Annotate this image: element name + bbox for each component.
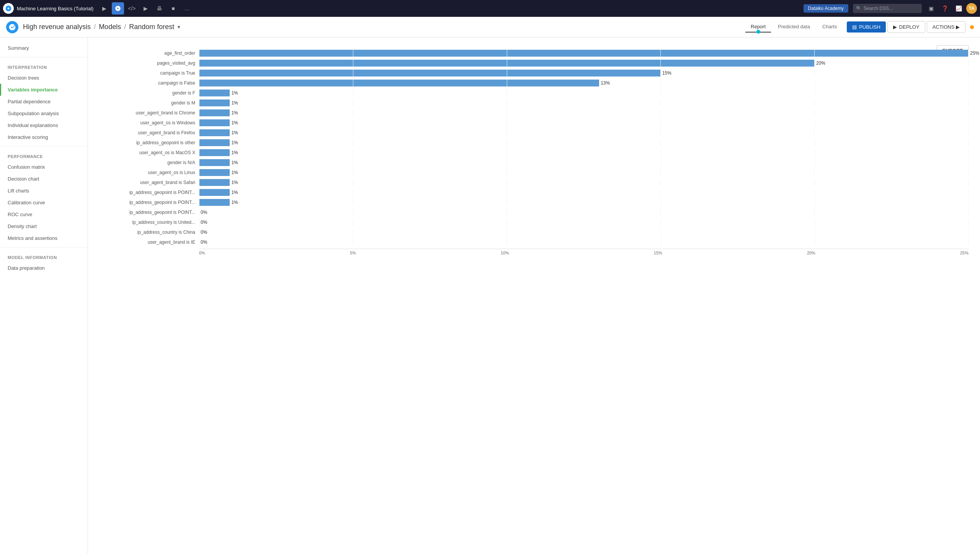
grid-line (507, 99, 507, 106)
sidebar-item-lift-charts[interactable]: Lift charts (0, 185, 88, 197)
chart-bar (199, 50, 969, 57)
chart-bar-area: 1% (199, 199, 969, 206)
chart-bar-area: 1% (199, 189, 969, 196)
grid-line (353, 129, 353, 136)
chart-bar (199, 80, 599, 86)
publish-button[interactable]: ▤ PUBLISH (847, 21, 886, 33)
sidebar-item-decision-chart[interactable]: Decision chart (0, 173, 88, 185)
chart-bar-area: 1% (199, 90, 969, 96)
grid-line (199, 239, 199, 246)
actions-button[interactable]: ACTIONS ▶ (927, 21, 965, 33)
grid-line (507, 199, 507, 206)
sidebar-item-individual-explanations[interactable]: Individual explanations (0, 119, 88, 131)
x-axis-tick: 5% (350, 251, 356, 255)
chart-bar-area: 1% (199, 169, 969, 176)
avatar[interactable]: TA (966, 3, 977, 14)
chart-label: campaign is False (100, 80, 199, 86)
chart-bar (199, 159, 230, 166)
chart-bar-area: 1% (199, 149, 969, 156)
content-area: EXPORT age_first_order 25% pages_visited… (88, 37, 980, 554)
chart-value: 1% (231, 159, 238, 166)
sidebar-item-partial-dependence[interactable]: Partial dependence (0, 96, 88, 108)
orange-indicator (970, 25, 974, 29)
grid-line (660, 179, 661, 186)
sidebar-item-roc-curve[interactable]: ROC curve (0, 209, 88, 220)
breadcrumb-nav-right: Report Predicted data Charts ▤ PUBLISH ▶… (745, 21, 974, 33)
grid-line (814, 139, 815, 146)
more-icon-btn[interactable]: … (181, 2, 193, 15)
grid-line (968, 119, 969, 126)
x-axis: 0%5%10%15%20%25% (100, 249, 969, 255)
chart-value: 1% (231, 99, 238, 106)
breadcrumb-logo[interactable] (6, 21, 18, 33)
grid-line (507, 239, 507, 246)
chart-bar-area: 0% (199, 229, 969, 236)
chart-row: gender is F 1% (100, 89, 969, 97)
chart-bar (199, 139, 230, 146)
grid-apps-icon-btn[interactable]: ▣ (925, 2, 937, 15)
breadcrumb-project[interactable]: High revenue analysis (23, 23, 91, 31)
chart-label: gender is F (100, 90, 199, 96)
grid-line (968, 60, 969, 67)
chart-bar-area: 1% (199, 159, 969, 166)
x-axis-tick: 10% (501, 251, 509, 255)
dataiku-badge[interactable]: Dataiku Academy (804, 4, 848, 13)
chart-bar (199, 90, 230, 96)
tab-report[interactable]: Report (745, 21, 771, 33)
sidebar-section-interpretation: INTERPRETATION (0, 60, 88, 72)
sidebar-item-decision-trees[interactable]: Decision trees (0, 72, 88, 84)
sidebar-item-calibration-curve[interactable]: Calibration curve (0, 197, 88, 209)
code-icon-btn[interactable]: </> (126, 2, 138, 15)
sidebar-item-density-chart[interactable]: Density chart (0, 220, 88, 232)
chart-value: 1% (231, 119, 238, 126)
chart-value: 0% (201, 219, 207, 226)
chart-bar-area: 1% (199, 99, 969, 106)
chart-bar (199, 99, 230, 106)
sidebar-item-metrics-assertions[interactable]: Metrics and assertions (0, 232, 88, 244)
deploy-button[interactable]: ▶ DEPLOY (887, 21, 925, 33)
recycle-icon-btn[interactable] (112, 2, 124, 15)
sidebar-item-variables-importance[interactable]: Variables importance (0, 84, 88, 96)
grid-line (814, 179, 815, 186)
chart-bar-area: 1% (199, 129, 969, 136)
grid-line (660, 219, 661, 226)
play-icon-btn[interactable]: ▶ (139, 2, 152, 15)
sidebar-item-confusion-matrix[interactable]: Confusion matrix (0, 161, 88, 173)
grid-line (968, 209, 969, 216)
breadcrumb-models[interactable]: Models (99, 23, 121, 31)
sidebar-divider-2 (0, 146, 88, 147)
sidebar-item-summary[interactable]: Summary (0, 42, 88, 54)
trend-icon-btn[interactable]: 📈 (952, 2, 965, 15)
x-axis-tick: 0% (199, 251, 205, 255)
sidebar-item-data-preparation[interactable]: Data preparation (0, 262, 88, 274)
app-logo[interactable] (3, 3, 14, 14)
sidebar-divider-3 (0, 247, 88, 248)
grid-line (507, 189, 507, 196)
chart-grid (199, 99, 969, 106)
help-icon-btn[interactable]: ❓ (939, 2, 951, 15)
breadcrumb-sep-1: / (94, 23, 96, 31)
chart-label: ip_address_geopoint is POINT... (100, 200, 199, 205)
grid-line (814, 199, 815, 206)
grid-line (353, 119, 353, 126)
chart-row: user_agent_brand is Chrome 1% (100, 109, 969, 117)
chart-bar (199, 169, 230, 176)
grid-line (353, 99, 353, 106)
grid-icon-btn[interactable]: ■ (167, 2, 179, 15)
chart-grid (199, 199, 969, 206)
chart-bar (199, 179, 230, 186)
grid-line (353, 90, 353, 96)
search-input[interactable] (853, 4, 922, 13)
printer-icon-btn[interactable]: 🖶 (153, 2, 165, 15)
sidebar-item-interactive-scoring[interactable]: Interactive scoring (0, 131, 88, 143)
breadcrumb-model-dropdown[interactable]: Random forest ▼ (129, 23, 181, 31)
arrow-icon-btn[interactable]: ▶ (98, 2, 110, 15)
tab-charts[interactable]: Charts (817, 21, 842, 33)
tab-predicted-data[interactable]: Predicted data (773, 21, 815, 33)
sidebar-item-subpopulation-analysis[interactable]: Subpopulation analysis (0, 108, 88, 119)
chart-label: user_agent_os is Linux (100, 170, 199, 175)
grid-line (814, 239, 815, 246)
chart-bar (199, 70, 661, 77)
chart-row: ip_address_geopoint is other 1% (100, 138, 969, 147)
chart-value: 1% (231, 139, 238, 146)
